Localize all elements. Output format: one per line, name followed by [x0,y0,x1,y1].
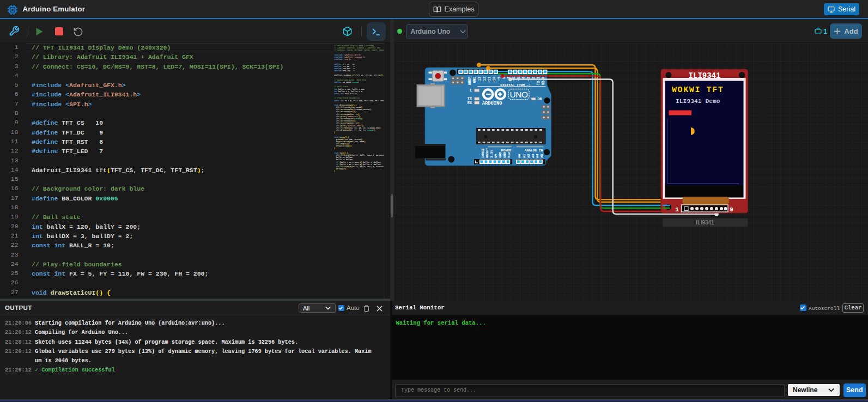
svg-text:A3: A3 [531,154,535,158]
svg-text:IOREF: IOREF [481,148,485,158]
svg-text:RESET: RESET [485,148,489,158]
svg-text:13: 13 [478,77,482,81]
svg-text:UNO: UNO [510,90,528,99]
svg-text:GND: GND [499,152,502,158]
svg-text:TX→1: TX→1 [537,77,541,86]
svg-text:A5: A5 [540,154,544,158]
svg-text:~10: ~10 [493,77,496,83]
svg-text:ILI9341: ILI9341 [696,220,714,226]
svg-text:ILI9341 Demo: ILI9341 Demo [676,98,720,105]
svg-text:TX: TX [468,96,472,101]
svg-text:4: 4 [522,77,526,79]
svg-text:~11: ~11 [488,77,491,83]
svg-text:DIGITAL (PWM ~): DIGITAL (PWM ~) [500,83,531,87]
svg-text:POWER: POWER [501,149,512,153]
svg-text:Vin: Vin [507,152,511,158]
svg-text:GND: GND [473,77,477,83]
svg-text:3.3V: 3.3V [490,150,494,158]
svg-text:L: L [470,88,472,93]
svg-text:5V: 5V [494,154,498,158]
svg-text:A2: A2 [527,154,531,158]
svg-text:A4: A4 [536,154,539,158]
svg-text:WOKWI TFT: WOKWI TFT [672,86,724,95]
svg-text:GND: GND [503,152,507,158]
svg-text:ARDUINO: ARDUINO [482,101,502,106]
svg-text:9: 9 [730,206,733,213]
svg-text:12: 12 [483,77,487,81]
svg-text:RX←0: RX←0 [542,77,545,86]
svg-text:A0: A0 [518,154,521,158]
svg-text:A1: A1 [523,154,526,158]
svg-text:~9: ~9 [497,77,501,81]
svg-text:RX: RX [468,101,472,105]
svg-text:1: 1 [675,206,679,213]
svg-text:ON: ON [538,98,542,101]
svg-text:2: 2 [532,77,536,79]
svg-text:AREF: AREF [468,77,472,86]
svg-text:ANALOG IN: ANALOG IN [525,149,543,153]
